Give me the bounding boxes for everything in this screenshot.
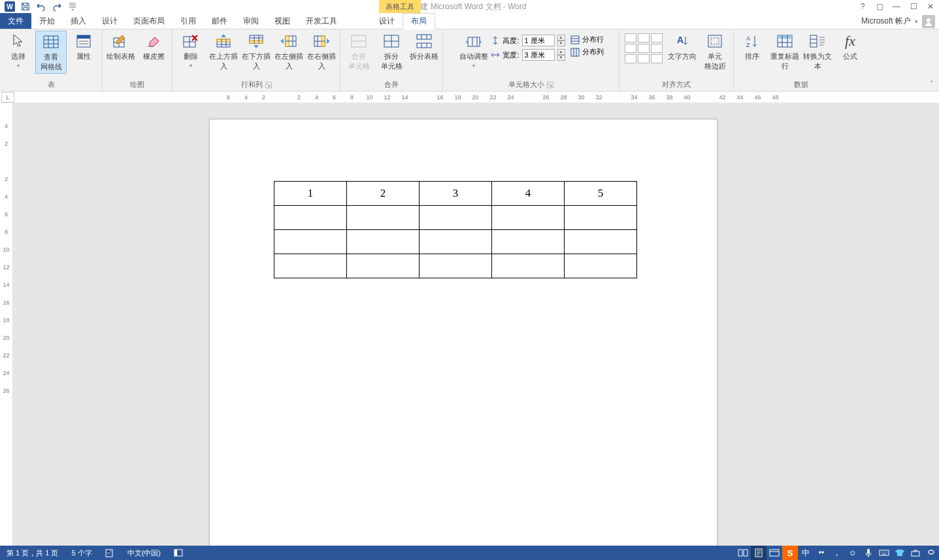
align-top-right[interactable] — [651, 33, 663, 42]
ime-voice-icon[interactable] — [861, 546, 876, 560]
ime-toolbox-icon[interactable] — [908, 546, 923, 560]
ime-skin-icon[interactable] — [892, 546, 908, 560]
close-icon[interactable]: ✕ — [922, 0, 939, 13]
split-table-button[interactable]: 拆分表格 — [408, 31, 440, 63]
ime-emoji-icon[interactable]: ☺ — [845, 546, 861, 560]
table-cell[interactable] — [347, 254, 420, 278]
insert-below-button[interactable]: 在下方插入 — [240, 31, 272, 73]
proofing-icon[interactable] — [99, 548, 121, 557]
height-input[interactable] — [522, 35, 555, 46]
table-cell[interactable]: 2 — [347, 182, 420, 206]
web-layout-icon[interactable] — [766, 546, 782, 560]
ime-keyboard-icon[interactable] — [876, 546, 892, 560]
word-app-icon[interactable]: W — [3, 1, 17, 12]
eraser-button[interactable]: 橡皮擦 — [138, 31, 169, 63]
print-layout-icon[interactable] — [751, 546, 766, 560]
table-cell[interactable] — [492, 206, 565, 230]
tab-mailings[interactable]: 邮件 — [204, 13, 235, 29]
delete-button[interactable]: 删除▾ — [175, 31, 206, 70]
table-cell[interactable] — [420, 254, 492, 278]
tab-review[interactable]: 审阅 — [235, 13, 267, 29]
table-cell[interactable]: 5 — [565, 182, 637, 206]
account-label[interactable]: Microsoft 帐户 — [861, 16, 911, 27]
user-avatar-icon[interactable] — [922, 15, 935, 28]
horizontal-ruler[interactable]: 6422468101214161820222426283032343638404… — [220, 92, 784, 103]
align-middle-center[interactable] — [638, 44, 650, 53]
document-table[interactable]: 12345 — [274, 181, 637, 278]
align-bottom-center[interactable] — [638, 54, 650, 63]
save-icon[interactable] — [18, 1, 33, 12]
table-cell[interactable] — [274, 206, 347, 230]
distribute-rows-button[interactable]: 分布行 — [570, 35, 604, 44]
tab-design[interactable]: 设计 — [94, 13, 125, 29]
align-middle-right[interactable] — [651, 44, 663, 53]
autofit-button[interactable]: 自动调整▾ — [458, 31, 489, 70]
distribute-cols-button[interactable]: 分布列 — [570, 47, 604, 57]
ime-punct2-icon[interactable]: ， — [829, 546, 845, 560]
insert-above-button[interactable]: 在上方插入 — [208, 31, 239, 73]
dialog-launcher-icon[interactable]: ↘ — [265, 82, 272, 88]
table-cell[interactable] — [492, 230, 565, 254]
table-cell[interactable] — [565, 230, 637, 254]
tab-file[interactable]: 文件 — [0, 13, 31, 29]
ime-punct-icon[interactable]: •• — [814, 546, 829, 560]
table-cell[interactable]: 4 — [492, 182, 565, 206]
language-indicator[interactable]: 中文(中国) — [121, 548, 167, 558]
table-cell[interactable] — [565, 206, 637, 230]
cell-margins-button[interactable]: 单元 格边距 — [699, 31, 731, 73]
read-mode-icon[interactable] — [735, 546, 751, 560]
help-icon[interactable]: ? — [854, 0, 871, 13]
ime-mode[interactable]: 中 — [798, 546, 814, 560]
height-up-icon[interactable]: ▲ — [557, 35, 565, 41]
tab-developer[interactable]: 开发工具 — [298, 13, 345, 29]
text-direction-button[interactable]: A文字方向 — [667, 31, 698, 63]
properties-button[interactable]: 属性 — [68, 31, 99, 63]
select-button[interactable]: 选择▾ — [3, 31, 34, 70]
tab-page-layout[interactable]: 页面布局 — [125, 13, 173, 29]
table-cell[interactable] — [274, 230, 347, 254]
vertical-ruler[interactable]: 422468101214161820222426 — [0, 103, 13, 546]
sort-button[interactable]: AZ排序 — [736, 31, 768, 63]
insert-left-button[interactable]: 在左侧插入 — [273, 31, 305, 73]
width-up-icon[interactable]: ▲ — [557, 49, 565, 55]
maximize-icon[interactable]: ☐ — [905, 0, 922, 13]
page[interactable]: 12345 — [209, 119, 717, 546]
page-indicator[interactable]: 第 1 页，共 1 页 — [0, 548, 65, 558]
table-cell[interactable] — [565, 254, 637, 278]
table-cell[interactable] — [347, 230, 420, 254]
tab-selector[interactable]: L — [1, 92, 14, 103]
formula-button[interactable]: fx公式 — [834, 31, 866, 63]
tab-references[interactable]: 引用 — [173, 13, 204, 29]
align-bottom-right[interactable] — [651, 54, 663, 63]
tab-table-design[interactable]: 设计 — [371, 13, 403, 29]
table-cell[interactable] — [492, 254, 565, 278]
tab-insert[interactable]: 插入 — [63, 13, 94, 29]
align-bottom-left[interactable] — [625, 54, 636, 63]
width-down-icon[interactable]: ▼ — [557, 55, 565, 61]
align-top-left[interactable] — [625, 33, 636, 42]
repeat-header-button[interactable]: 重复标题行 — [769, 31, 800, 73]
table-cell[interactable] — [420, 230, 492, 254]
word-count[interactable]: 5 个字 — [65, 548, 98, 558]
undo-icon[interactable] — [34, 1, 48, 12]
ime-settings-icon[interactable] — [923, 546, 939, 560]
height-down-icon[interactable]: ▼ — [557, 41, 565, 46]
draw-table-button[interactable]: 绘制表格 — [105, 31, 137, 63]
qat-customize-icon[interactable] — [65, 1, 80, 12]
width-input[interactable] — [522, 49, 555, 61]
sogou-ime-icon[interactable]: S — [782, 546, 798, 560]
split-cells-button[interactable]: 拆分 单元格 — [376, 31, 407, 73]
insert-right-button[interactable]: 在右侧插入 — [306, 31, 337, 73]
table-cell[interactable]: 1 — [274, 182, 347, 206]
align-top-center[interactable] — [638, 33, 650, 42]
collapse-ribbon-icon[interactable]: ˄ — [930, 80, 934, 88]
align-middle-left[interactable] — [625, 44, 636, 53]
redo-icon[interactable] — [50, 1, 64, 12]
convert-to-text-button[interactable]: 转换为文本 — [802, 31, 833, 73]
table-cell[interactable] — [274, 254, 347, 278]
tab-home[interactable]: 开始 — [31, 13, 63, 29]
tab-table-layout[interactable]: 布局 — [403, 13, 435, 29]
table-cell[interactable]: 3 — [420, 182, 492, 206]
table-cell[interactable] — [420, 206, 492, 230]
dialog-launcher-icon[interactable]: ↘ — [547, 82, 553, 88]
